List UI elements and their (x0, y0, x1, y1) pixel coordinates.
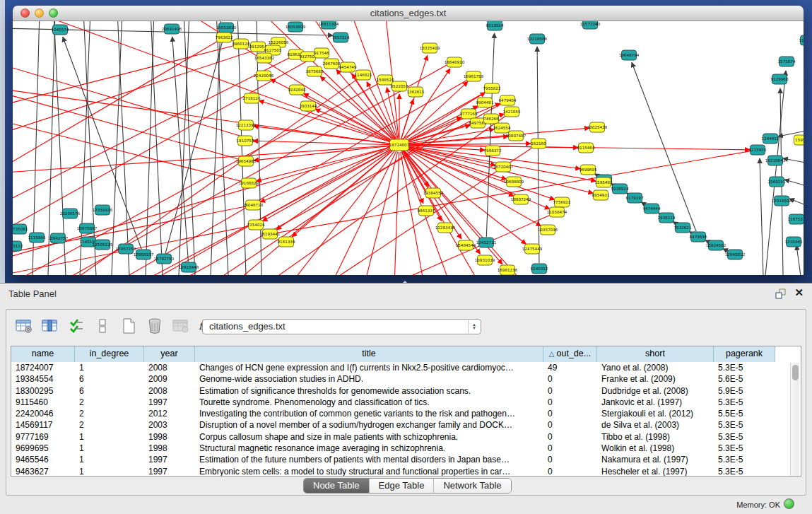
graph-node[interactable]: 917546 (314, 48, 329, 58)
graph-node[interactable]: 8473636 (690, 232, 707, 242)
table-row[interactable]: 1830029562008Estimation of significance … (11, 385, 801, 397)
select-all-checks-icon[interactable] (66, 315, 87, 337)
column-header-year[interactable]: year (144, 346, 195, 362)
graph-node[interactable]: 8454749 (339, 62, 357, 72)
graph-node[interactable]: 7756922 (553, 197, 571, 207)
graph-node[interactable]: 9777169 (460, 109, 478, 119)
table-row[interactable]: 977716911998Corpus callosum shape and si… (11, 431, 801, 443)
graph-node[interactable]: 16811304 (319, 21, 339, 29)
graph-node[interactable]: 11058474 (547, 207, 567, 217)
graph-node[interactable]: 19654985 (236, 156, 257, 166)
graph-node[interactable]: 8215955 (749, 145, 767, 155)
graph-node[interactable]: 1112304 (799, 35, 804, 45)
graph-node[interactable]: 9161339 (278, 237, 295, 247)
graph-node[interactable]: 10025438 (587, 122, 608, 132)
graph-node[interactable]: 11572240 (580, 21, 601, 29)
graph-node[interactable]: 1115686 (28, 233, 46, 243)
network-window-titlebar[interactable]: citations_edges.txt (13, 6, 804, 21)
graph-node[interactable]: 7632621 (674, 223, 692, 233)
graph-node[interactable]: 2967608 (323, 59, 341, 69)
graph-node[interactable]: 7955822 (483, 83, 501, 93)
graph-node[interactable]: 6179197 (626, 193, 644, 203)
scrollbar-thumb[interactable] (792, 365, 799, 380)
graph-node[interactable]: 1167533 (788, 214, 804, 224)
graph-node[interactable]: 13325419 (420, 43, 440, 53)
graph-node[interactable]: 19166829 (239, 178, 259, 188)
graph-node[interactable]: 16053809 (286, 22, 306, 32)
graph-node[interactable]: 1575074 (778, 57, 796, 66)
float-panel-icon[interactable] (775, 288, 787, 303)
graph-node[interactable]: 3875685 (306, 66, 324, 76)
graph-node[interactable]: 12475449 (522, 244, 543, 254)
column-header-title[interactable]: title (195, 346, 543, 362)
column-header-out_degree[interactable]: △out_de... (543, 346, 597, 362)
graph-node[interactable]: 10924502 (706, 240, 726, 250)
graph-node[interactable]: 13218506 (527, 34, 548, 44)
graph-node[interactable]: 1244412 (762, 134, 779, 144)
graph-node[interactable]: 1045574 (52, 25, 69, 35)
graph-node[interactable]: 12452711 (476, 238, 497, 247)
graph-node[interactable]: 1735061 (13, 224, 28, 234)
graph-node[interactable]: 10975887 (77, 223, 98, 233)
graph-node[interactable]: 12213399 (236, 120, 257, 130)
table-row[interactable]: 969969511998Structural magnetic resonanc… (11, 443, 801, 454)
table-row[interactable]: 1938455462009Genome-wide association stu… (11, 373, 801, 385)
graph-node[interactable]: 16720407 (493, 162, 514, 172)
clear-selection-icon[interactable] (92, 315, 113, 337)
graph-node[interactable]: 3624554 (493, 123, 511, 133)
graph-node[interactable]: 1810755 (237, 136, 254, 146)
graph-node[interactable]: 3915122 (13, 241, 23, 251)
graph-node[interactable]: 1146821 (355, 70, 372, 80)
graph-node[interactable]: 22420046 (254, 71, 274, 81)
graph-node[interactable]: 7986372 (484, 146, 502, 156)
graph-node[interactable]: 12945012 (725, 250, 745, 259)
graph-node[interactable]: 8954931 (592, 190, 610, 200)
graph-node[interactable]: 9699695 (579, 165, 597, 175)
network-canvas[interactable]: 1045574206914061605381016053809168113047… (13, 21, 804, 275)
table-row[interactable]: 2242004622012Investigating the contribut… (11, 408, 801, 419)
graph-node[interactable]: 15484544 (456, 240, 476, 250)
graph-node[interactable]: 10958107 (134, 250, 154, 259)
graph-node[interactable]: 10931039 (475, 255, 495, 265)
column-header-in_degree[interactable]: in_degree (75, 346, 144, 362)
graph-node[interactable]: 5938924 (611, 184, 629, 194)
graph-node[interactable]: 17016504 (772, 196, 792, 206)
graph-node[interactable]: 7857224 (332, 33, 350, 42)
column-header-pagerank[interactable]: pagerank (714, 346, 775, 362)
graph-node[interactable]: 15958 (794, 135, 804, 145)
graph-node[interactable]: 16053810 (216, 23, 237, 33)
graph-node[interactable]: 2803144 (300, 101, 317, 111)
column-header-name[interactable]: name (11, 346, 75, 362)
table-selector-dropdown[interactable]: citations_edges.txt ▲▼ (202, 319, 481, 334)
graph-node[interactable]: 1595492 (595, 177, 613, 187)
delete-column-icon[interactable] (144, 315, 165, 337)
new-column-icon[interactable] (118, 315, 139, 337)
graph-node[interactable]: 9129968 (771, 74, 789, 84)
graph-node[interactable]: 9242848 (288, 85, 306, 95)
table-row[interactable]: 1456911722003Disruption of a novel membe… (11, 419, 801, 431)
graph-node[interactable]: 6479404 (499, 95, 517, 105)
tab-node-table[interactable]: Node Table (304, 479, 369, 493)
graph-node[interactable]: 18807249 (511, 194, 531, 204)
column-header-short[interactable]: short (597, 346, 714, 362)
graph-node[interactable]: 746266 (483, 114, 499, 124)
graph-node[interactable]: 7254024 (247, 220, 265, 230)
graph-node[interactable]: 18640910 (445, 57, 465, 67)
vertical-scrollbar[interactable] (790, 363, 799, 476)
show-columns-icon[interactable] (40, 315, 61, 337)
table-settings-icon[interactable] (13, 315, 35, 337)
graph-node[interactable]: 19648794 (619, 50, 640, 60)
graph-node[interactable]: 8522057 (391, 81, 408, 91)
graph-node[interactable]: 9861337 (418, 206, 435, 216)
graph-node[interactable]: 16543382 (254, 53, 274, 63)
graph-node[interactable]: 162160 (531, 139, 546, 148)
graph-node[interactable]: 20691406 (162, 24, 182, 34)
graph-node[interactable]: 8813054 (486, 21, 504, 30)
graph-node[interactable]: 10357036 (538, 225, 558, 235)
graph-node[interactable]: 9115460 (577, 143, 595, 153)
tab-edge-table[interactable]: Edge Table (369, 479, 434, 493)
graph-node[interactable]: 8960128 (233, 39, 250, 49)
graph-node[interactable]: 16210643 (765, 156, 786, 165)
table-row[interactable]: 1872400712008Changes of HCN gene express… (11, 362, 801, 373)
delete-table-icon[interactable] (170, 315, 192, 337)
